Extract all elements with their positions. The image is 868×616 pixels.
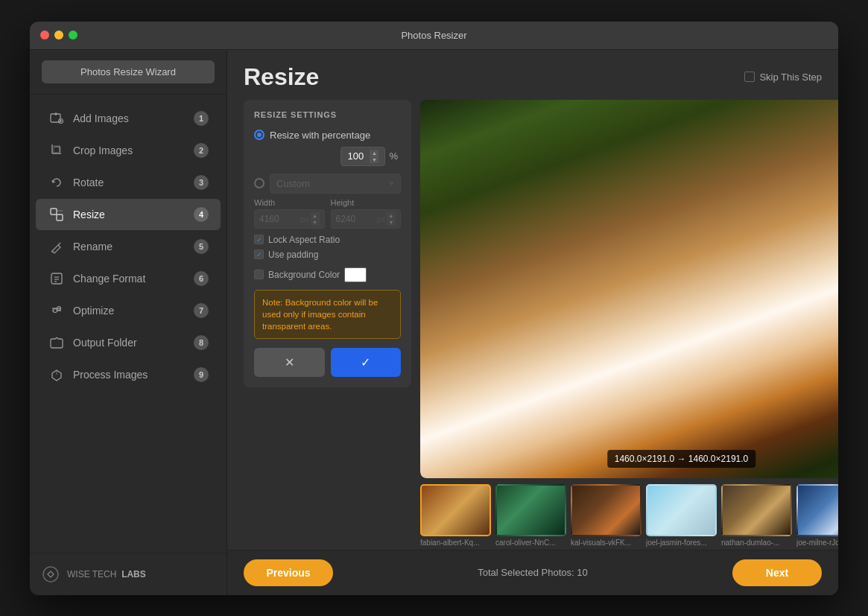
sidebar-item-label: Optimize: [73, 305, 194, 317]
height-input-wrap[interactable]: 6240 px ▲ ▼: [331, 209, 402, 229]
thumbnail-item-1[interactable]: fabian-albert-Kq...: [420, 484, 491, 547]
skip-step-toggle[interactable]: Skip This Step: [744, 72, 822, 83]
height-value: 6240: [336, 214, 377, 224]
width-decrement[interactable]: ▼: [311, 219, 320, 226]
sidebar-badge: 6: [194, 271, 209, 286]
width-stepper[interactable]: ▲ ▼: [311, 212, 320, 226]
height-increment[interactable]: ▲: [387, 212, 396, 219]
note-text: Note: Background color will be used only…: [262, 296, 393, 332]
close-button[interactable]: [40, 31, 49, 39]
note-box: Note: Background color will be used only…: [254, 290, 401, 339]
custom-radio-option[interactable]: Custom ▾: [254, 174, 401, 194]
height-stepper[interactable]: ▲ ▼: [387, 212, 396, 226]
custom-select[interactable]: Custom ▾: [270, 174, 401, 194]
svg-rect-16: [51, 273, 62, 284]
sidebar-item-output-folder[interactable]: Output Folder 8: [36, 327, 221, 358]
cancel-button[interactable]: ✕: [254, 348, 325, 377]
output-folder-icon: [48, 334, 66, 352]
sidebar-header: Photos Resize Wizard: [30, 50, 226, 95]
sidebar-nav: Add Images 1 Crop Images: [30, 95, 226, 553]
sidebar-item-label: Process Images: [73, 369, 194, 381]
sidebar-item-process-images[interactable]: Process Images 9: [36, 359, 221, 390]
thumbnail-label-3: kal-visuals-vkFK...: [571, 539, 642, 547]
width-field: Width 4160 px ▲ ▼: [254, 198, 325, 229]
main-header: Resize Skip This Step: [227, 50, 838, 100]
thumbnail-image-2: [495, 484, 566, 536]
svg-rect-12: [57, 215, 63, 220]
wizard-button[interactable]: Photos Resize Wizard: [42, 60, 215, 83]
lock-aspect-checkbox[interactable]: [254, 235, 264, 244]
window-title: Photos Resizer: [401, 30, 466, 41]
sidebar-item-crop-images[interactable]: Crop Images 2: [36, 135, 221, 166]
add-images-icon: [48, 109, 66, 127]
height-decrement[interactable]: ▼: [387, 219, 396, 226]
confirm-button[interactable]: ✓: [331, 348, 402, 377]
svg-point-21: [54, 308, 57, 312]
sidebar-item-change-format[interactable]: Change Format 6: [36, 263, 221, 294]
sidebar-item-rename[interactable]: Rename 5: [36, 231, 221, 262]
thumbnail-image-6: [796, 484, 838, 536]
thumbnail-item-5[interactable]: nathan-dumlao-...: [721, 484, 792, 547]
preview-image-container: 1460.0×2191.0 → 1460.0×2191.0: [420, 100, 838, 478]
thumbnail-image-3: [571, 484, 642, 536]
thumbnail-item-2[interactable]: carol-oliver-NnC...: [495, 484, 566, 547]
thumbnail-item-3[interactable]: kal-visuals-vkFK...: [571, 484, 642, 547]
percentage-stepper[interactable]: ▲ ▼: [370, 150, 378, 163]
total-selected-label: Total Selected Photos: 10: [478, 567, 587, 578]
background-color-checkbox[interactable]: [254, 270, 264, 279]
app-window: Photos Resizer Photos Resize Wizard: [30, 22, 838, 595]
sidebar-item-optimize[interactable]: Optimize 7: [36, 295, 221, 326]
thumbnail-label-5: nathan-dumlao-...: [721, 539, 792, 547]
preview-dimensions-text: 1460.0×2191.0 → 1460.0×2191.0: [615, 454, 749, 464]
resize-percentage-option: Resize with percentage 100 ▲ ▼ %: [254, 130, 401, 166]
settings-section-title: RESIZE SETTINGS: [254, 110, 401, 119]
sidebar-item-label: Add Images: [73, 112, 194, 124]
height-unit: px: [376, 215, 385, 223]
thumbnail-item-4[interactable]: joel-jasmin-fores...: [646, 484, 717, 547]
resize-percentage-radio[interactable]: Resize with percentage: [254, 130, 401, 141]
minimize-button[interactable]: [54, 31, 63, 39]
width-increment[interactable]: ▲: [311, 212, 320, 219]
use-padding-row[interactable]: Use padding: [254, 250, 401, 260]
lock-aspect-row[interactable]: Lock Aspect Ratio: [254, 235, 401, 245]
width-value: 4160: [259, 214, 300, 224]
use-padding-checkbox[interactable]: [254, 250, 264, 259]
change-format-icon: [48, 270, 66, 288]
background-color-label: Background Color: [268, 270, 340, 280]
custom-select-arrow-icon: ▾: [390, 179, 394, 188]
width-label: Width: [254, 198, 325, 207]
width-input-wrap[interactable]: 4160 px ▲ ▼: [254, 209, 325, 229]
brand-icon: [42, 565, 60, 583]
sidebar-badge: 4: [194, 207, 209, 222]
sidebar-item-resize[interactable]: Resize 4: [36, 199, 221, 230]
percentage-decrement[interactable]: ▼: [370, 156, 378, 163]
sidebar-badge: 7: [194, 303, 209, 318]
thumbnail-image-5: [721, 484, 792, 536]
percentage-increment[interactable]: ▲: [370, 150, 378, 156]
sidebar-item-label: Resize: [73, 209, 194, 220]
thumbnail-label-4: joel-jasmin-fores...: [646, 539, 717, 547]
thumbnail-label-2: carol-oliver-NnC...: [495, 539, 566, 547]
maximize-button[interactable]: [69, 31, 77, 39]
next-button[interactable]: Next: [732, 559, 822, 586]
previous-button[interactable]: Previous: [244, 559, 333, 586]
height-label: Height: [331, 198, 402, 207]
svg-line-14: [58, 243, 60, 245]
thumbnail-image-4: [646, 484, 717, 536]
radio-dot-custom: [254, 178, 264, 188]
app-body: Photos Resize Wizard: [30, 50, 838, 595]
lock-aspect-label: Lock Aspect Ratio: [268, 235, 340, 245]
sidebar-item-add-images[interactable]: Add Images 1: [36, 103, 221, 134]
bottom-bar: Previous Total Selected Photos: 10 Next: [227, 550, 838, 595]
percentage-input-row: 100 ▲ ▼ %: [254, 147, 401, 166]
percentage-unit: %: [389, 150, 398, 162]
resize-icon: [48, 206, 66, 223]
preview-area: 1460.0×2191.0 → 1460.0×2191.0 fabian-alb…: [420, 100, 838, 550]
sidebar-item-rotate[interactable]: Rotate 3: [36, 167, 221, 198]
skip-step-checkbox[interactable]: [744, 72, 755, 82]
preview-image: [420, 100, 838, 478]
sidebar-item-label: Output Folder: [73, 337, 194, 349]
sidebar-item-label: Crop Images: [73, 145, 194, 156]
thumbnail-item-6[interactable]: joe-milne-rJq_q7...: [796, 484, 838, 547]
background-color-swatch[interactable]: [344, 267, 367, 282]
